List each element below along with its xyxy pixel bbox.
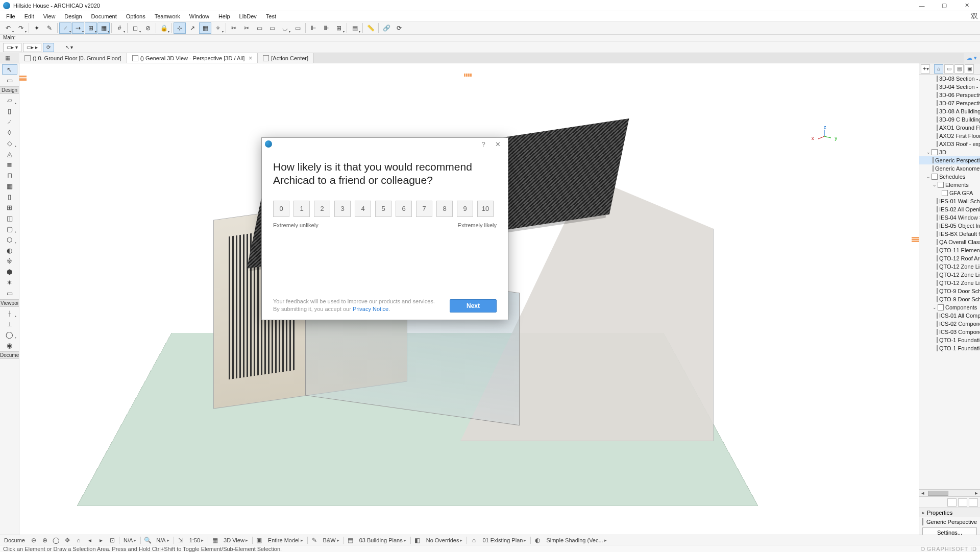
navigator-item[interactable]: Generic Axonometr: [919, 164, 980, 173]
selection-arrow-button[interactable]: ↖ ▾: [62, 43, 77, 52]
tab-action-center[interactable]: [Action Center]: [258, 53, 314, 63]
orbit-button[interactable]: ⟳: [43, 43, 54, 52]
axis-gizmo[interactable]: zxy: [812, 125, 837, 150]
navigator-item[interactable]: ⌄Components: [919, 303, 980, 311]
undo-button[interactable]: ↶▾: [2, 22, 14, 34]
navigator-item[interactable]: Generic Perspective: [919, 156, 980, 164]
grid-button[interactable]: #▾: [113, 22, 126, 34]
toolbox-section-design[interactable]: Design: [0, 86, 19, 94]
next-view-icon[interactable]: ▸: [96, 536, 106, 544]
suspend-button[interactable]: ⊘: [142, 22, 154, 34]
wall-tool[interactable]: ▱▸: [2, 95, 17, 105]
pen-icon[interactable]: ✎: [310, 536, 319, 544]
navigator-item[interactable]: IES-05 Object Inv: [919, 222, 980, 230]
nps-score-2[interactable]: 2: [314, 201, 330, 217]
snap-guide-button[interactable]: ↗: [186, 22, 199, 34]
arrow-mode-button[interactable]: ⟋▾: [59, 22, 71, 34]
camera-tool[interactable]: ◉: [2, 340, 17, 350]
properties-header[interactable]: ▸Properties: [919, 508, 980, 517]
navigator-item[interactable]: IES-04 Window S: [919, 213, 980, 222]
privacy-link[interactable]: Privacy Notice: [353, 306, 388, 312]
navigator-item[interactable]: AXO1 Ground Floor: [919, 124, 980, 132]
distribute-button[interactable]: ⊪: [320, 22, 332, 34]
nps-score-6[interactable]: 6: [396, 201, 412, 217]
cursor-button[interactable]: ◻▾: [129, 22, 141, 34]
navigator-item[interactable]: QTO-12 Zone List: [919, 279, 980, 287]
elevation-tool[interactable]: ⟂: [2, 319, 17, 329]
stair-tool[interactable]: ≣: [2, 159, 17, 170]
reno-icon[interactable]: ⌂: [469, 536, 478, 544]
navigator-item[interactable]: GFA GFA: [919, 189, 980, 197]
navigator-item[interactable]: QTO-12 Zone List: [919, 262, 980, 271]
roof-tool[interactable]: ◇▸: [2, 138, 17, 148]
arrow-tool[interactable]: ↖: [2, 64, 17, 75]
zoom-icon[interactable]: 🔍: [143, 536, 152, 544]
nps-score-1[interactable]: 1: [293, 201, 310, 217]
apply-favorite-button[interactable]: ▭▸ ▸: [23, 43, 41, 52]
nps-score-5[interactable]: 5: [375, 201, 391, 217]
status-bw[interactable]: B&W▸: [321, 537, 341, 543]
navigator-item[interactable]: AXO3 Roof - explod: [919, 140, 980, 148]
nav-new-icon[interactable]: [947, 498, 957, 507]
eyedropper-button[interactable]: ✎: [43, 22, 56, 34]
trim-button[interactable]: ✂: [228, 22, 240, 34]
beam-tool[interactable]: ⟋: [2, 116, 17, 127]
ruler-mode-button[interactable]: ▦▾: [97, 22, 110, 34]
window-tool[interactable]: ⊞: [2, 202, 17, 212]
text-tool[interactable]: ▭: [2, 288, 17, 298]
fillet-button[interactable]: ◡▾: [279, 22, 291, 34]
left-splitter[interactable]: [19, 76, 27, 81]
navigator-item[interactable]: 3D-06 Perspective L: [919, 91, 980, 99]
status-docume[interactable]: Docume: [2, 537, 27, 543]
navigator-item[interactable]: ⌄Elements: [919, 181, 980, 189]
opening-tool[interactable]: ▢▸: [2, 224, 17, 234]
tab-ground-floor[interactable]: () 0. Ground Floor [0. Ground Floor]: [19, 53, 127, 63]
navigator-item[interactable]: ICS-01 All Compo: [919, 311, 980, 320]
navigator-tree[interactable]: 3D-03 Section - A (A3D-04 Section - B (A…: [919, 75, 980, 489]
split-button[interactable]: ✂: [240, 22, 253, 34]
zoom-fit-icon[interactable]: ◯: [52, 536, 61, 544]
tab-close-icon[interactable]: ×: [249, 55, 252, 62]
cloud-icon[interactable]: ☁ ▾: [967, 55, 977, 61]
status-shading[interactable]: Simple Shading (Vec...▸: [544, 537, 608, 543]
nps-score-7[interactable]: 7: [416, 201, 432, 217]
next-button[interactable]: Next: [450, 299, 497, 313]
nps-score-8[interactable]: 8: [436, 201, 453, 217]
display-button[interactable]: ▤▾: [349, 22, 361, 34]
nps-score-3[interactable]: 3: [334, 201, 351, 217]
status-existing[interactable]: 01 Existing Plan▸: [480, 537, 528, 543]
tab-3d-view[interactable]: () General 3D View - Perspective [3D / A…: [127, 53, 258, 63]
menu-design[interactable]: Design: [60, 12, 86, 20]
status-3dview[interactable]: 3D View▸: [222, 537, 250, 543]
nps-score-4[interactable]: 4: [355, 201, 371, 217]
lamp-tool[interactable]: ✶: [2, 277, 17, 287]
navigator-item[interactable]: ⌄3D: [919, 148, 980, 156]
skylight-tool[interactable]: ◫: [2, 213, 17, 223]
project-map-tab[interactable]: ⌂: [934, 64, 943, 74]
navigator-item[interactable]: QTO-9 Door Sche: [919, 295, 980, 303]
navigator-scrollbar[interactable]: ◂▸: [919, 489, 980, 496]
column-tool[interactable]: ▯: [2, 106, 17, 116]
toolbox-section-viewpoint[interactable]: Viewpoi: [0, 299, 19, 307]
resize-button[interactable]: ▭: [291, 22, 304, 34]
align-button[interactable]: ⊩: [307, 22, 320, 34]
navigator-item[interactable]: QTO-11 Element L: [919, 246, 980, 254]
menu-file[interactable]: File: [2, 12, 19, 20]
navigator-item[interactable]: QTO-12 Zone List: [919, 271, 980, 279]
nav-clone-icon[interactable]: [958, 498, 967, 507]
navigator-item[interactable]: 3D-04 Section - B (A: [919, 83, 980, 91]
navigator-item[interactable]: QA Overall Classif: [919, 238, 980, 246]
override-icon[interactable]: ◧: [413, 536, 422, 544]
status-na1[interactable]: N/A▸: [121, 537, 138, 543]
menu-document[interactable]: Document: [87, 12, 121, 20]
status-building[interactable]: 03 Building Plans▸: [357, 537, 408, 543]
morph-tool[interactable]: ⬢: [2, 267, 17, 277]
home-icon[interactable]: ⌂: [74, 536, 83, 544]
menu-edit[interactable]: Edit: [20, 12, 38, 20]
shell-tool[interactable]: ◬: [2, 149, 17, 159]
refresh-button[interactable]: ⟳: [393, 22, 405, 34]
navigator-item[interactable]: QTO-12 Roof Area: [919, 254, 980, 262]
pick-button[interactable]: ✦: [31, 22, 43, 34]
navigator-item[interactable]: QTO-1 Foundatio: [919, 344, 980, 352]
navigator-item[interactable]: 3D-08 A Building se: [919, 107, 980, 115]
